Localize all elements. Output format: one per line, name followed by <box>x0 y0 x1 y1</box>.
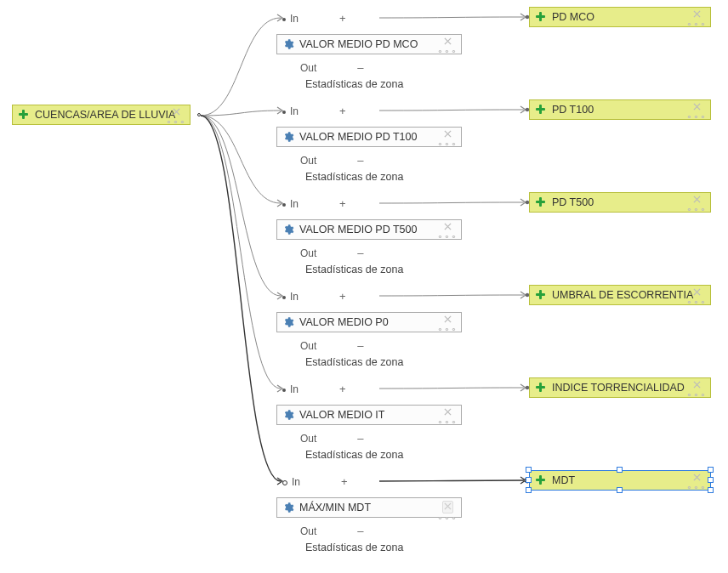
out-port[interactable]: Out– <box>300 432 364 445</box>
plus-icon <box>535 382 547 394</box>
collapse-icon[interactable]: – <box>357 525 363 537</box>
algorithm-description: Estadísticas de zona <box>305 264 403 275</box>
in-label: In <box>290 291 299 303</box>
algorithm-label: VALOR MEDIO PD T500 <box>299 224 417 235</box>
out-port[interactable]: Out– <box>300 339 364 352</box>
gear-icon <box>282 38 294 50</box>
out-port[interactable]: Out– <box>300 154 364 167</box>
close-icon[interactable] <box>442 501 453 513</box>
algorithm-description: Estadísticas de zona <box>305 449 403 461</box>
drag-handle-icon[interactable]: ∘∘∘ <box>437 516 458 521</box>
plus-icon <box>535 474 547 486</box>
algorithm-node[interactable]: VALOR MEDIO PD T500∘∘∘ <box>276 219 462 240</box>
plus-icon <box>535 289 547 301</box>
in-port[interactable]: In+ <box>282 105 346 117</box>
in-port[interactable]: In+ <box>282 290 346 303</box>
algorithm-node[interactable]: VALOR MEDIO PD T100∘∘∘ <box>276 127 462 147</box>
drag-handle-icon[interactable]: ∘∘∘ <box>686 207 707 213</box>
collapse-icon[interactable]: – <box>357 154 363 167</box>
in-port[interactable]: In+ <box>282 475 348 488</box>
algorithm-node[interactable]: VALOR MEDIO PD MCO∘∘∘ <box>276 34 462 54</box>
input-layer-label: UMBRAL DE ESCORRENTIA <box>552 289 693 301</box>
selection-handle[interactable] <box>708 487 714 493</box>
drag-handle-icon[interactable]: ∘∘∘ <box>166 120 186 125</box>
collapse-icon[interactable]: – <box>357 247 363 259</box>
out-label: Out <box>300 62 316 74</box>
gear-icon <box>282 502 294 513</box>
plus-icon <box>535 104 547 116</box>
selection-handle[interactable] <box>708 477 714 483</box>
algorithm-label: VALOR MEDIO PD MCO <box>299 38 418 50</box>
out-label: Out <box>300 247 316 259</box>
algorithm-label: VALOR MEDIO PD T100 <box>299 131 417 143</box>
expand-icon[interactable]: + <box>339 290 346 303</box>
input-layer-node[interactable]: UMBRAL DE ESCORRENTIA∘∘∘ <box>529 285 711 305</box>
gear-icon <box>282 316 294 328</box>
selection-handle[interactable] <box>526 477 532 483</box>
source-node-label: CUENCAS/AREA DE LLUVIA <box>35 109 175 121</box>
algorithm-node[interactable]: VALOR MEDIO IT∘∘∘ <box>276 405 462 425</box>
algorithm-label: VALOR MEDIO IT <box>299 409 384 421</box>
drag-handle-icon[interactable]: ∘∘∘ <box>437 49 458 54</box>
expand-icon[interactable]: + <box>339 12 346 25</box>
selection-handle[interactable] <box>526 467 532 473</box>
algorithm-node[interactable]: MÁX/MIN MDT∘∘∘ <box>276 497 462 518</box>
out-label: Out <box>300 433 316 445</box>
input-layer-node[interactable]: INDICE TORRENCIALIDAD∘∘∘ <box>529 377 711 398</box>
drag-handle-icon[interactable]: ∘∘∘ <box>437 142 458 147</box>
input-layer-label: PD T100 <box>552 104 594 116</box>
drag-handle-icon[interactable]: ∘∘∘ <box>686 485 707 491</box>
plus-icon <box>535 196 547 208</box>
drag-handle-icon[interactable]: ∘∘∘ <box>686 115 707 120</box>
algorithm-node[interactable]: VALOR MEDIO P0∘∘∘ <box>276 312 462 332</box>
source-node[interactable]: CUENCAS/AREA DE LLUVIA ∘∘∘ <box>12 105 191 125</box>
plus-icon <box>18 109 30 121</box>
algorithm-label: VALOR MEDIO P0 <box>299 316 389 328</box>
expand-icon[interactable]: + <box>339 105 346 117</box>
expand-icon[interactable]: + <box>339 197 346 210</box>
out-port[interactable]: Out– <box>300 61 364 74</box>
collapse-icon[interactable]: – <box>357 432 363 445</box>
out-label: Out <box>300 340 316 352</box>
selection-handle[interactable] <box>526 487 532 493</box>
input-layer-label: PD T500 <box>552 196 594 208</box>
expand-icon[interactable]: + <box>341 475 348 488</box>
algorithm-description: Estadísticas de zona <box>305 171 403 183</box>
out-label: Out <box>300 155 316 167</box>
plus-icon <box>535 11 547 23</box>
out-port[interactable]: Out– <box>300 247 364 259</box>
in-port[interactable]: In+ <box>282 383 346 395</box>
selection-handle[interactable] <box>617 467 623 473</box>
algorithm-label: MÁX/MIN MDT <box>299 502 371 513</box>
input-layer-node[interactable]: PD T500∘∘∘ <box>529 192 711 213</box>
in-label: In <box>290 105 299 117</box>
drag-handle-icon[interactable]: ∘∘∘ <box>437 235 458 240</box>
gear-icon <box>282 409 294 421</box>
drag-handle-icon[interactable]: ∘∘∘ <box>437 327 458 332</box>
collapse-icon[interactable]: – <box>357 61 363 74</box>
model-canvas[interactable]: CUENCAS/AREA DE LLUVIA ∘∘∘ In+PD MCO∘∘∘V… <box>0 0 728 573</box>
in-label: In <box>290 383 299 395</box>
in-port[interactable]: In+ <box>282 12 346 25</box>
in-port[interactable]: In+ <box>282 197 346 210</box>
out-port[interactable]: Out– <box>300 525 364 537</box>
out-label: Out <box>300 525 316 537</box>
drag-handle-icon[interactable]: ∘∘∘ <box>686 22 707 27</box>
input-layer-node[interactable]: PD T100∘∘∘ <box>529 99 711 120</box>
input-layer-label: MDT <box>552 474 575 486</box>
drag-handle-icon[interactable]: ∘∘∘ <box>686 393 707 398</box>
expand-icon[interactable]: + <box>339 383 346 395</box>
input-layer-node[interactable]: PD MCO∘∘∘ <box>529 7 711 27</box>
drag-handle-icon[interactable]: ∘∘∘ <box>437 420 458 425</box>
input-layer-label: PD MCO <box>552 11 594 23</box>
selection-handle[interactable] <box>617 487 623 493</box>
in-label: In <box>292 476 300 488</box>
algorithm-description: Estadísticas de zona <box>305 78 403 90</box>
selection-handle[interactable] <box>708 467 714 473</box>
source-output-port[interactable] <box>197 113 201 116</box>
in-label: In <box>290 198 299 210</box>
collapse-icon[interactable]: – <box>357 339 363 352</box>
input-layer-label: INDICE TORRENCIALIDAD <box>552 382 685 394</box>
drag-handle-icon[interactable]: ∘∘∘ <box>686 300 707 305</box>
algorithm-description: Estadísticas de zona <box>305 542 403 553</box>
